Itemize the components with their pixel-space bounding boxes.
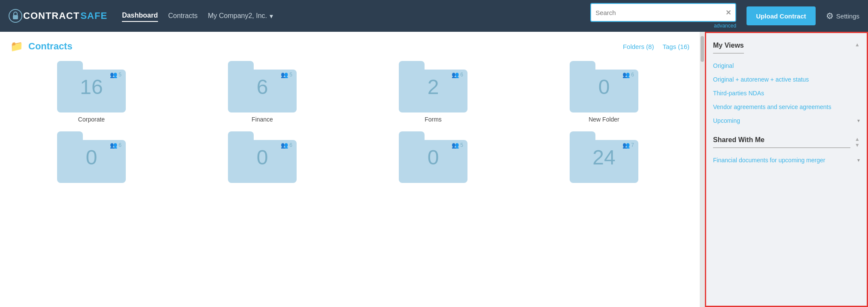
folder-grid: 👥 5 16 Corporate 👥 5 6 Finance 👥 6 2	[10, 61, 689, 186]
settings-label: Settings	[836, 12, 859, 20]
navbar: CONTRACTSAFE Dashboard Contracts My Comp…	[0, 0, 868, 32]
sidebar-view-label: Original	[713, 62, 734, 69]
folder-users: 👥 5	[452, 142, 463, 149]
users-icon: 👥	[281, 71, 288, 78]
nav-dashboard[interactable]: Dashboard	[122, 10, 158, 22]
folder-shape: 👥 7 24	[570, 131, 638, 183]
header-links: Folders (8) Tags (16)	[623, 43, 689, 50]
search-advanced-link[interactable]: advanced	[714, 23, 736, 29]
scroll-up-icon[interactable]: ▲	[855, 42, 860, 48]
chevron-down-icon: ▾	[857, 157, 860, 163]
contracts-title: Contracts	[28, 41, 73, 52]
folder-user-count: 6	[631, 72, 634, 78]
scroll-up-shared-icon[interactable]: ▲	[855, 136, 860, 142]
users-icon: 👥	[281, 142, 288, 149]
users-icon: 👥	[110, 142, 117, 149]
scroll-thumb	[701, 36, 704, 62]
folder-user-count: 7	[631, 142, 634, 148]
sidebar-view-item[interactable]: Upcoming ▾	[713, 114, 860, 128]
folder-card[interactable]: 👥 6 0	[10, 131, 173, 186]
folder-count: 0	[86, 146, 97, 169]
sidebar-view-item[interactable]: Third-parties NDAs	[713, 86, 860, 100]
search-input[interactable]	[595, 9, 725, 16]
page-title: 📁 Contracts	[10, 40, 73, 52]
folder-card[interactable]: 👥 6 0 New Folder	[523, 61, 685, 123]
folder-user-count: 6	[460, 72, 463, 78]
folder-tab	[570, 61, 595, 70]
folder-card[interactable]: 👥 7 24	[523, 131, 685, 186]
users-icon: 👥	[452, 71, 459, 78]
main-container: 📁 Contracts Folders (8) Tags (16) 👥 5 16…	[0, 32, 868, 307]
search-box: ✕	[590, 3, 736, 22]
content-header: 📁 Contracts Folders (8) Tags (16)	[10, 40, 689, 52]
folder-label: Corporate	[78, 116, 105, 123]
folder-tab	[570, 131, 595, 141]
folder-tab	[399, 131, 425, 141]
sidebar-view-label: Vendor agreements and service agreements	[713, 103, 832, 110]
folder-count: 6	[257, 75, 268, 99]
folders-link[interactable]: Folders (8)	[623, 43, 654, 50]
logo-contract-text: CONTRACT	[23, 10, 79, 21]
scrollbar[interactable]	[700, 32, 705, 307]
chevron-down-icon: ▾	[270, 12, 273, 20]
gear-icon: ⚙	[826, 11, 834, 21]
folder-users: 👥 5	[281, 71, 292, 78]
folder-card[interactable]: 👥 6 0	[181, 131, 343, 186]
folder-count: 0	[428, 146, 439, 169]
folder-shape: 👥 5 0	[399, 131, 467, 183]
folder-tab	[57, 131, 83, 141]
folder-users: 👥 6	[622, 71, 634, 78]
users-icon: 👥	[110, 71, 117, 78]
folder-user-count: 5	[460, 142, 463, 148]
sidebar-view-label: Upcoming	[713, 117, 740, 124]
folder-user-count: 5	[289, 72, 292, 78]
shared-title: Shared With Me	[713, 136, 850, 144]
upload-contract-button[interactable]: Upload Contract	[747, 6, 816, 25]
logo[interactable]: CONTRACTSAFE	[9, 9, 107, 23]
tags-link[interactable]: Tags (16)	[662, 43, 689, 50]
folder-user-count: 6	[289, 142, 292, 148]
sidebar-view-item[interactable]: Vendor agreements and service agreements	[713, 100, 860, 114]
my-views-list: Original Original + autorenew + active s…	[713, 59, 860, 128]
logo-safe-text: SAFE	[80, 10, 107, 21]
folder-card[interactable]: 👥 5 16 Corporate	[10, 61, 173, 123]
folder-users: 👥 6	[452, 71, 463, 78]
folder-users: 👥 6	[110, 142, 121, 149]
folder-tab	[228, 131, 254, 141]
folder-title-icon: 📁	[10, 40, 23, 52]
folder-shape: 👥 5 6	[228, 61, 297, 112]
settings-button[interactable]: ⚙ Settings	[826, 11, 859, 21]
users-icon: 👥	[452, 142, 459, 149]
sidebar-shared-item[interactable]: Financial documents for upcoming merger …	[713, 153, 860, 167]
sidebar-shared-label: Financial documents for upcoming merger	[713, 157, 825, 164]
search-wrapper: ✕ advanced	[590, 3, 736, 29]
folder-tab	[57, 61, 83, 70]
folder-shape: 👥 6 2	[399, 61, 467, 112]
my-views-title: My Views	[713, 42, 744, 49]
folder-count: 0	[598, 75, 610, 99]
sidebar-view-item[interactable]: Original	[713, 59, 860, 73]
folder-user-count: 5	[118, 72, 121, 78]
folder-shape: 👥 6 0	[57, 131, 126, 183]
sidebar-view-label: Original + autorenew + active status	[713, 76, 809, 83]
sidebar-view-item[interactable]: Original + autorenew + active status	[713, 73, 860, 86]
folder-label: Finance	[252, 116, 273, 123]
shared-with-me-section: Shared With Me ▲ ▼ Financial documents f…	[713, 136, 860, 167]
scroll-down-shared-icon[interactable]: ▼	[855, 142, 860, 148]
folder-card[interactable]: 👥 5 0	[352, 131, 514, 186]
search-clear-icon[interactable]: ✕	[725, 9, 731, 17]
svg-rect-1	[13, 15, 18, 19]
nav-contracts[interactable]: Contracts	[168, 10, 197, 21]
nav-company[interactable]: My Company2, Inc. ▾	[208, 12, 273, 20]
folder-shape: 👥 6 0	[228, 131, 297, 183]
folder-card[interactable]: 👥 5 6 Finance	[181, 61, 343, 123]
folder-count: 2	[428, 75, 439, 99]
lock-icon	[9, 9, 22, 23]
folder-tab	[228, 61, 254, 70]
content-area: 📁 Contracts Folders (8) Tags (16) 👥 5 16…	[0, 32, 700, 307]
folder-card[interactable]: 👥 6 2 Forms	[352, 61, 514, 123]
users-icon: 👥	[622, 142, 630, 149]
folder-users: 👥 5	[110, 71, 121, 78]
folder-shape: 👥 6 0	[570, 61, 638, 112]
sidebar-view-label: Third-parties NDAs	[713, 90, 764, 97]
